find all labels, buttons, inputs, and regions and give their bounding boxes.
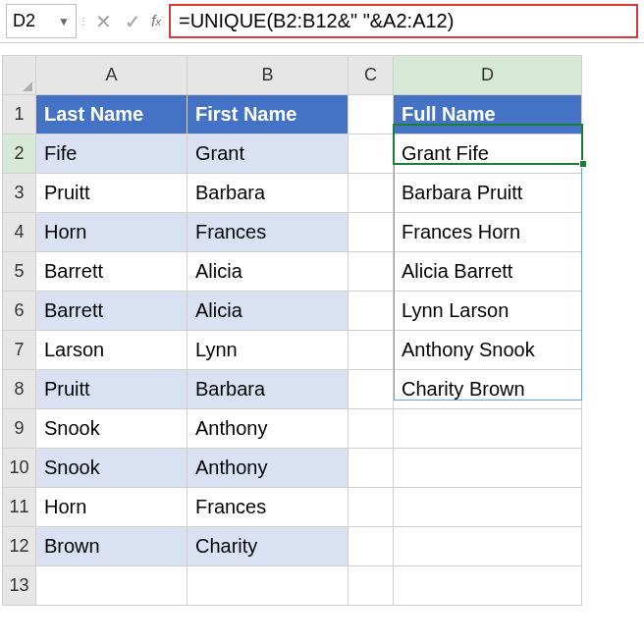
cell-D12[interactable] [394, 527, 582, 566]
name-box[interactable]: D2 ▼ [6, 4, 77, 38]
select-all-corner[interactable] [3, 56, 36, 95]
row-header-5[interactable]: 5 [3, 252, 36, 292]
cell-C3[interactable] [349, 174, 394, 213]
cell-C10[interactable] [349, 449, 394, 488]
check-icon: ✓ [125, 10, 141, 33]
cell-C12[interactable] [349, 527, 394, 566]
row-header-13[interactable]: 13 [3, 566, 36, 606]
row-header-12[interactable]: 12 [3, 527, 36, 566]
cell-D1[interactable]: Full Name [394, 95, 582, 134]
fill-handle[interactable] [579, 160, 587, 168]
cell-B5[interactable]: Alicia [188, 252, 349, 292]
col-header-C[interactable]: C [349, 56, 394, 95]
cell-D9[interactable] [394, 409, 582, 449]
confirm-button[interactable]: ✓ [120, 4, 145, 38]
cell-D3[interactable]: Barbara Pruitt [394, 174, 582, 213]
row-header-8[interactable]: 8 [3, 370, 36, 409]
row-header-11[interactable]: 11 [3, 488, 36, 527]
cell-B6[interactable]: Alicia [188, 292, 349, 331]
cell-B11[interactable]: Frances [188, 488, 349, 527]
formula-bar: D2 ▼ ⋮ ✕ ✓ fx =UNIQUE(B2:B12&" "&A2:A12) [0, 0, 644, 43]
row-header-10[interactable]: 10 [3, 449, 36, 488]
formula-input[interactable]: =UNIQUE(B2:B12&" "&A2:A12) [169, 4, 638, 38]
cell-C11[interactable] [349, 488, 394, 527]
cell-A10[interactable]: Snook [36, 449, 188, 488]
cell-A7[interactable]: Larson [36, 331, 188, 370]
cell-A8[interactable]: Pruitt [36, 370, 188, 409]
grip-icon: ⋮ [80, 4, 86, 38]
formula-text: =UNIQUE(B2:B12&" "&A2:A12) [179, 10, 454, 32]
cell-C9[interactable] [349, 409, 394, 449]
cell-D7[interactable]: Anthony Snook [394, 331, 582, 370]
cell-D4[interactable]: Frances Horn [394, 213, 582, 252]
cell-D2[interactable]: Grant Fife [394, 134, 582, 174]
cell-B1[interactable]: First Name [188, 95, 349, 134]
cell-D11[interactable] [394, 488, 582, 527]
row-header-1[interactable]: 1 [3, 95, 36, 134]
cell-B8[interactable]: Barbara [188, 370, 349, 409]
row-header-2[interactable]: 2 [3, 134, 36, 174]
cell-B7[interactable]: Lynn [188, 331, 349, 370]
cell-B13[interactable] [188, 566, 349, 606]
cell-B10[interactable]: Anthony [188, 449, 349, 488]
grid[interactable]: A B C D 1 Last Name First Name Full Name… [2, 55, 582, 606]
row-header-7[interactable]: 7 [3, 331, 36, 370]
cell-C8[interactable] [349, 370, 394, 409]
cell-C13[interactable] [349, 566, 394, 606]
cell-A9[interactable]: Snook [36, 409, 188, 449]
row-header-9[interactable]: 9 [3, 409, 36, 449]
cell-C5[interactable] [349, 252, 394, 292]
cancel-button[interactable]: ✕ [90, 4, 116, 38]
cell-A12[interactable]: Brown [36, 527, 188, 566]
cell-B3[interactable]: Barbara [188, 174, 349, 213]
col-header-D[interactable]: D [394, 56, 582, 95]
cell-D8[interactable]: Charity Brown [394, 370, 582, 409]
cell-A2[interactable]: Fife [36, 134, 188, 174]
worksheet: A B C D 1 Last Name First Name Full Name… [2, 55, 644, 606]
cell-B12[interactable]: Charity [188, 527, 349, 566]
cell-A5[interactable]: Barrett [36, 252, 188, 292]
cell-D5[interactable]: Alicia Barrett [394, 252, 582, 292]
cell-A6[interactable]: Barrett [36, 292, 188, 331]
cell-C1[interactable] [349, 95, 394, 134]
cell-B2[interactable]: Grant [188, 134, 349, 174]
cell-C2[interactable] [349, 134, 394, 174]
row-header-6[interactable]: 6 [3, 292, 36, 331]
cell-C6[interactable] [349, 292, 394, 331]
cell-D6[interactable]: Lynn Larson [394, 292, 582, 331]
row-header-4[interactable]: 4 [3, 213, 36, 252]
cell-A11[interactable]: Horn [36, 488, 188, 527]
cell-A13[interactable] [36, 566, 188, 606]
cell-C4[interactable] [349, 213, 394, 252]
cell-A4[interactable]: Horn [36, 213, 188, 252]
row-header-3[interactable]: 3 [3, 174, 36, 213]
cell-D13[interactable] [394, 566, 582, 606]
col-header-A[interactable]: A [36, 56, 188, 95]
cell-D10[interactable] [394, 449, 582, 488]
x-icon: ✕ [95, 10, 112, 33]
chevron-down-icon[interactable]: ▼ [58, 15, 70, 28]
col-header-B[interactable]: B [188, 56, 349, 95]
cell-A1[interactable]: Last Name [36, 95, 188, 134]
cell-B9[interactable]: Anthony [188, 409, 349, 449]
cell-B4[interactable]: Frances [188, 213, 349, 252]
cell-C7[interactable] [349, 331, 394, 370]
cell-A3[interactable]: Pruitt [36, 174, 188, 213]
fx-icon[interactable]: fx [149, 4, 165, 38]
name-box-value: D2 [13, 11, 35, 31]
